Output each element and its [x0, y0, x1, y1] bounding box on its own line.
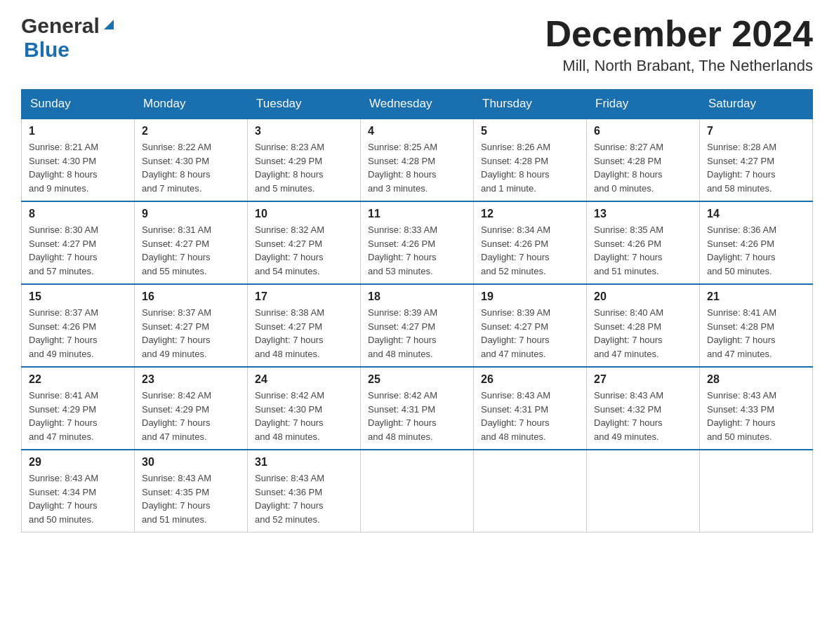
- day-info: Sunrise: 8:43 AMSunset: 4:33 PMDaylight:…: [707, 390, 776, 442]
- day-info: Sunrise: 8:27 AMSunset: 4:28 PMDaylight:…: [594, 142, 663, 194]
- page-header: General Blue December 2024 Mill, North B…: [21, 14, 813, 75]
- logo-general-text: General: [21, 14, 100, 38]
- day-info: Sunrise: 8:43 AMSunset: 4:32 PMDaylight:…: [594, 390, 663, 442]
- calendar-cell: 24 Sunrise: 8:42 AMSunset: 4:30 PMDaylig…: [248, 367, 361, 450]
- day-info: Sunrise: 8:41 AMSunset: 4:28 PMDaylight:…: [707, 307, 776, 359]
- day-info: Sunrise: 8:22 AMSunset: 4:30 PMDaylight:…: [142, 142, 211, 194]
- calendar-cell: 12 Sunrise: 8:34 AMSunset: 4:26 PMDaylig…: [474, 201, 587, 284]
- calendar-cell: 9 Sunrise: 8:31 AMSunset: 4:27 PMDayligh…: [135, 201, 248, 284]
- calendar-cell: 23 Sunrise: 8:42 AMSunset: 4:29 PMDaylig…: [135, 367, 248, 450]
- calendar-cell: 25 Sunrise: 8:42 AMSunset: 4:31 PMDaylig…: [361, 367, 474, 450]
- day-number: 31: [255, 456, 353, 469]
- day-info: Sunrise: 8:26 AMSunset: 4:28 PMDaylight:…: [481, 142, 550, 194]
- day-number: 16: [142, 290, 240, 303]
- day-number: 30: [142, 456, 240, 469]
- calendar-cell: 19 Sunrise: 8:39 AMSunset: 4:27 PMDaylig…: [474, 284, 587, 367]
- day-info: Sunrise: 8:40 AMSunset: 4:28 PMDaylight:…: [594, 307, 663, 359]
- day-info: Sunrise: 8:37 AMSunset: 4:26 PMDaylight:…: [29, 307, 98, 359]
- calendar-cell: 20 Sunrise: 8:40 AMSunset: 4:28 PMDaylig…: [587, 284, 700, 367]
- day-number: 22: [29, 373, 127, 386]
- day-number: 26: [481, 373, 579, 386]
- calendar-cell: 22 Sunrise: 8:41 AMSunset: 4:29 PMDaylig…: [22, 367, 135, 450]
- day-number: 5: [481, 125, 579, 137]
- calendar-cell: 8 Sunrise: 8:30 AMSunset: 4:27 PMDayligh…: [22, 201, 135, 284]
- day-info: Sunrise: 8:43 AMSunset: 4:34 PMDaylight:…: [29, 473, 98, 525]
- day-info: Sunrise: 8:28 AMSunset: 4:27 PMDaylight:…: [707, 142, 776, 194]
- day-number: 27: [594, 373, 692, 386]
- day-info: Sunrise: 8:39 AMSunset: 4:27 PMDaylight:…: [368, 307, 437, 359]
- day-number: 24: [255, 373, 353, 386]
- calendar-cell: 28 Sunrise: 8:43 AMSunset: 4:33 PMDaylig…: [700, 367, 813, 450]
- day-number: 4: [368, 125, 466, 137]
- day-number: 17: [255, 290, 353, 303]
- calendar-week-row: 8 Sunrise: 8:30 AMSunset: 4:27 PMDayligh…: [22, 201, 813, 284]
- day-number: 6: [594, 125, 692, 137]
- day-info: Sunrise: 8:23 AMSunset: 4:29 PMDaylight:…: [255, 142, 324, 194]
- calendar-week-row: 15 Sunrise: 8:37 AMSunset: 4:26 PMDaylig…: [22, 284, 813, 367]
- calendar-cell: [361, 450, 474, 532]
- day-info: Sunrise: 8:43 AMSunset: 4:35 PMDaylight:…: [142, 473, 211, 525]
- calendar-week-row: 29 Sunrise: 8:43 AMSunset: 4:34 PMDaylig…: [22, 450, 813, 532]
- day-number: 8: [29, 208, 127, 220]
- day-number: 19: [481, 290, 579, 303]
- day-number: 3: [255, 125, 353, 137]
- day-info: Sunrise: 8:33 AMSunset: 4:26 PMDaylight:…: [368, 224, 437, 276]
- day-number: 11: [368, 208, 466, 220]
- calendar-week-row: 22 Sunrise: 8:41 AMSunset: 4:29 PMDaylig…: [22, 367, 813, 450]
- day-number: 2: [142, 125, 240, 137]
- weekday-header-wednesday: Wednesday: [361, 90, 474, 119]
- day-number: 13: [594, 208, 692, 220]
- day-info: Sunrise: 8:36 AMSunset: 4:26 PMDaylight:…: [707, 224, 776, 276]
- day-info: Sunrise: 8:35 AMSunset: 4:26 PMDaylight:…: [594, 224, 663, 276]
- weekday-header-row: SundayMondayTuesdayWednesdayThursdayFrid…: [22, 90, 813, 119]
- calendar-cell: 4 Sunrise: 8:25 AMSunset: 4:28 PMDayligh…: [361, 119, 474, 201]
- calendar-cell: 26 Sunrise: 8:43 AMSunset: 4:31 PMDaylig…: [474, 367, 587, 450]
- day-info: Sunrise: 8:43 AMSunset: 4:31 PMDaylight:…: [481, 390, 550, 442]
- day-number: 18: [368, 290, 466, 303]
- calendar-cell: [700, 450, 813, 532]
- day-info: Sunrise: 8:31 AMSunset: 4:27 PMDaylight:…: [142, 224, 211, 276]
- day-info: Sunrise: 8:41 AMSunset: 4:29 PMDaylight:…: [29, 390, 98, 442]
- calendar-cell: 17 Sunrise: 8:38 AMSunset: 4:27 PMDaylig…: [248, 284, 361, 367]
- day-info: Sunrise: 8:43 AMSunset: 4:36 PMDaylight:…: [255, 473, 324, 525]
- calendar-cell: 13 Sunrise: 8:35 AMSunset: 4:26 PMDaylig…: [587, 201, 700, 284]
- day-info: Sunrise: 8:42 AMSunset: 4:31 PMDaylight:…: [368, 390, 437, 442]
- day-number: 23: [142, 373, 240, 386]
- weekday-header-monday: Monday: [135, 90, 248, 119]
- calendar-cell: 1 Sunrise: 8:21 AMSunset: 4:30 PMDayligh…: [22, 119, 135, 201]
- day-number: 7: [707, 125, 805, 137]
- day-number: 14: [707, 208, 805, 220]
- calendar-cell: 2 Sunrise: 8:22 AMSunset: 4:30 PMDayligh…: [135, 119, 248, 201]
- calendar-cell: 14 Sunrise: 8:36 AMSunset: 4:26 PMDaylig…: [700, 201, 813, 284]
- day-number: 28: [707, 373, 805, 386]
- day-number: 10: [255, 208, 353, 220]
- weekday-header-friday: Friday: [587, 90, 700, 119]
- weekday-header-thursday: Thursday: [474, 90, 587, 119]
- logo-triangle-icon: [101, 17, 117, 35]
- calendar-cell: 18 Sunrise: 8:39 AMSunset: 4:27 PMDaylig…: [361, 284, 474, 367]
- day-info: Sunrise: 8:25 AMSunset: 4:28 PMDaylight:…: [368, 142, 437, 194]
- day-number: 15: [29, 290, 127, 303]
- calendar-cell: 31 Sunrise: 8:43 AMSunset: 4:36 PMDaylig…: [248, 450, 361, 532]
- calendar-cell: 5 Sunrise: 8:26 AMSunset: 4:28 PMDayligh…: [474, 119, 587, 201]
- day-number: 25: [368, 373, 466, 386]
- calendar-cell: [587, 450, 700, 532]
- calendar-week-row: 1 Sunrise: 8:21 AMSunset: 4:30 PMDayligh…: [22, 119, 813, 201]
- day-info: Sunrise: 8:37 AMSunset: 4:27 PMDaylight:…: [142, 307, 211, 359]
- calendar-cell: 30 Sunrise: 8:43 AMSunset: 4:35 PMDaylig…: [135, 450, 248, 532]
- day-info: Sunrise: 8:30 AMSunset: 4:27 PMDaylight:…: [29, 224, 98, 276]
- calendar-cell: [474, 450, 587, 532]
- calendar-cell: 3 Sunrise: 8:23 AMSunset: 4:29 PMDayligh…: [248, 119, 361, 201]
- svg-marker-0: [104, 20, 114, 29]
- calendar-cell: 27 Sunrise: 8:43 AMSunset: 4:32 PMDaylig…: [587, 367, 700, 450]
- day-number: 29: [29, 456, 127, 469]
- weekday-header-saturday: Saturday: [700, 90, 813, 119]
- title-area: December 2024 Mill, North Brabant, The N…: [545, 14, 813, 75]
- weekday-header-tuesday: Tuesday: [248, 90, 361, 119]
- day-info: Sunrise: 8:42 AMSunset: 4:30 PMDaylight:…: [255, 390, 324, 442]
- day-info: Sunrise: 8:21 AMSunset: 4:30 PMDaylight:…: [29, 142, 98, 194]
- calendar-table: SundayMondayTuesdayWednesdayThursdayFrid…: [21, 89, 813, 532]
- logo: General Blue: [21, 14, 117, 62]
- day-info: Sunrise: 8:34 AMSunset: 4:26 PMDaylight:…: [481, 224, 550, 276]
- location-subtitle: Mill, North Brabant, The Netherlands: [545, 57, 813, 75]
